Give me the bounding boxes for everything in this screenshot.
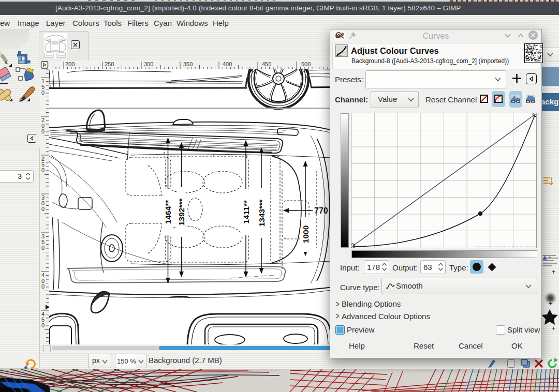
svg-text:0: 0: [41, 206, 45, 212]
svg-text:770: 770: [314, 206, 328, 215]
svg-text:300: 300: [144, 61, 153, 67]
svg-text:+: +: [552, 268, 555, 276]
svg-text:400: 400: [223, 61, 232, 67]
svg-text:0: 0: [41, 322, 45, 328]
svg-text:1343***: 1343***: [257, 199, 266, 227]
svg-text:0: 0: [41, 167, 45, 173]
svg-text:1000: 1000: [301, 225, 310, 243]
svg-text:1464**: 1464**: [164, 200, 172, 224]
svg-text:1411**: 1411**: [242, 200, 251, 224]
svg-text:1392***: 1392***: [177, 198, 186, 226]
svg-text:0: 0: [41, 245, 45, 251]
svg-text:0: 0: [41, 89, 45, 96]
svg-text:450: 450: [262, 61, 271, 67]
svg-text:250: 250: [105, 61, 114, 67]
svg-text:0: 0: [41, 283, 45, 290]
svg-text:500: 500: [301, 61, 311, 67]
svg-text:0: 0: [41, 128, 45, 134]
svg-text:200: 200: [65, 61, 75, 67]
svg-text:350: 350: [183, 61, 193, 67]
